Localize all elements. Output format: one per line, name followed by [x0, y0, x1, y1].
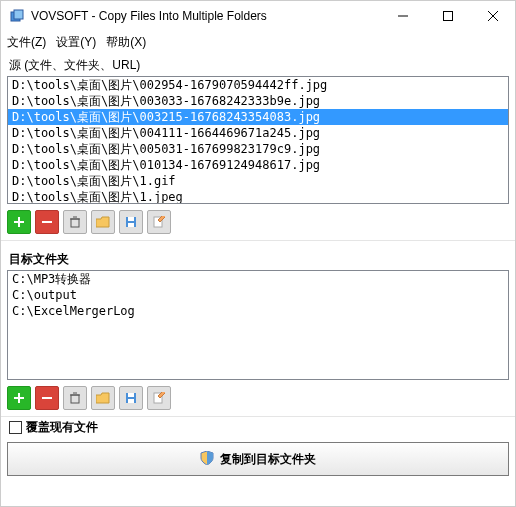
menu-settings[interactable]: 设置(Y): [56, 34, 96, 51]
browse-button[interactable]: [91, 210, 115, 234]
app-icon: [9, 8, 25, 24]
overwrite-checkbox[interactable]: 覆盖现有文件: [1, 417, 515, 442]
svg-rect-3: [443, 12, 452, 21]
remove-button[interactable]: [35, 210, 59, 234]
target-list[interactable]: C:\MP3转换器C:\outputC:\ExcelMergerLog: [7, 270, 509, 380]
checkbox-icon: [9, 421, 22, 434]
close-button[interactable]: [470, 1, 515, 31]
list-item[interactable]: C:\output: [8, 287, 508, 303]
source-label: 源 (文件、文件夹、URL): [1, 53, 515, 76]
source-list[interactable]: D:\tools\桌面\图片\002954-1679070594442ff.jp…: [7, 76, 509, 204]
list-item[interactable]: C:\ExcelMergerLog: [8, 303, 508, 319]
copy-button[interactable]: 复制到目标文件夹: [7, 442, 509, 476]
svg-rect-19: [71, 395, 79, 403]
svg-rect-14: [128, 223, 134, 227]
list-item[interactable]: D:\tools\桌面\图片\005031-167699823179c9.jpg: [8, 141, 508, 157]
minimize-button[interactable]: [380, 1, 425, 31]
target-toolbar: [1, 384, 515, 417]
overwrite-label: 覆盖现有文件: [26, 419, 98, 436]
trash-button[interactable]: [63, 210, 87, 234]
menu-file[interactable]: 文件(Z): [7, 34, 46, 51]
list-item[interactable]: C:\MP3转换器: [8, 271, 508, 287]
window-title: VOVSOFT - Copy Files Into Multiple Folde…: [31, 9, 380, 23]
list-item[interactable]: D:\tools\桌面\图片\003033-16768242333b9e.jpg: [8, 93, 508, 109]
maximize-button[interactable]: [425, 1, 470, 31]
svg-rect-1: [14, 10, 23, 19]
list-item[interactable]: D:\tools\桌面\图片\010134-16769124948617.jpg: [8, 157, 508, 173]
titlebar: VOVSOFT - Copy Files Into Multiple Folde…: [1, 1, 515, 31]
save-button[interactable]: [119, 386, 143, 410]
browse-button[interactable]: [91, 386, 115, 410]
svg-rect-9: [71, 219, 79, 227]
save-button[interactable]: [119, 210, 143, 234]
shield-icon: [200, 451, 214, 468]
menu-help[interactable]: 帮助(X): [106, 34, 146, 51]
target-label: 目标文件夹: [1, 247, 515, 270]
remove-button[interactable]: [35, 386, 59, 410]
add-button[interactable]: [7, 386, 31, 410]
svg-rect-13: [128, 217, 134, 221]
copy-button-label: 复制到目标文件夹: [220, 451, 316, 468]
edit-button[interactable]: [147, 386, 171, 410]
edit-button[interactable]: [147, 210, 171, 234]
list-item[interactable]: D:\tools\桌面\图片\1.gif: [8, 173, 508, 189]
menubar: 文件(Z) 设置(Y) 帮助(X): [1, 31, 515, 53]
add-button[interactable]: [7, 210, 31, 234]
source-toolbar: [1, 208, 515, 241]
list-item[interactable]: D:\tools\桌面\图片\004111-1664469671a245.jpg: [8, 125, 508, 141]
svg-rect-24: [128, 399, 134, 403]
svg-rect-23: [128, 393, 134, 397]
list-item[interactable]: D:\tools\桌面\图片\002954-1679070594442ff.jp…: [8, 77, 508, 93]
list-item[interactable]: D:\tools\桌面\图片\003215-16768243354083.jpg: [8, 109, 508, 125]
list-item[interactable]: D:\tools\桌面\图片\1.jpeg: [8, 189, 508, 204]
trash-button[interactable]: [63, 386, 87, 410]
